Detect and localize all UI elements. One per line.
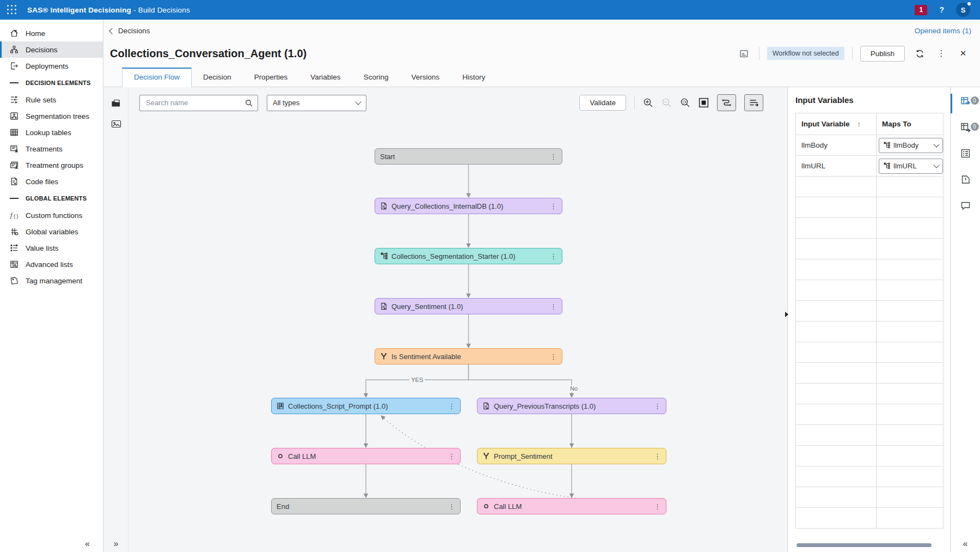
panel-tab-tag-alert-icon[interactable] — [960, 174, 971, 185]
flow-node-call_llm_right[interactable]: Call LLM⋮ — [477, 498, 666, 514]
side-toolbar-expand-icon[interactable]: » — [103, 539, 128, 549]
validate-button[interactable]: Validate — [579, 95, 626, 111]
input-variables-panel: Input Variables Input Variable↑Maps Toll… — [787, 87, 950, 552]
tab-properties[interactable]: Properties — [243, 68, 299, 87]
avatar[interactable]: S — [956, 3, 970, 17]
node-menu-icon[interactable]: ⋮ — [448, 452, 455, 460]
panel-tab-node-properties-icon[interactable] — [960, 148, 971, 159]
panel-tab-output-variables-icon[interactable]: 0 — [960, 122, 971, 132]
sidebar-item-code-files[interactable]: Code files — [0, 173, 103, 190]
type-filter-value: All types — [273, 99, 299, 107]
align-flow-toggle[interactable] — [744, 94, 763, 111]
flow-node-start[interactable]: Start⋮ — [375, 148, 562, 165]
code-file-icon — [380, 302, 388, 310]
sidebar-item-custom-functions[interactable]: f{ }Custom functions — [0, 207, 103, 223]
node-menu-icon[interactable]: ⋮ — [550, 302, 557, 311]
node-menu-icon[interactable]: ⋮ — [654, 452, 661, 460]
app-title: SAS® Intelligent Decisioning - Build Dec… — [27, 6, 190, 14]
auto-layout-toggle[interactable] — [717, 94, 736, 111]
node-menu-icon[interactable]: ⋮ — [448, 502, 455, 511]
type-filter-select[interactable]: All types — [267, 95, 366, 111]
node-menu-icon[interactable]: ⋮ — [550, 153, 557, 161]
tab-decision-flow[interactable]: Decision Flow — [122, 68, 192, 87]
tab-scoring[interactable]: Scoring — [352, 68, 400, 87]
horizontal-scrollbar[interactable] — [797, 543, 932, 547]
sidebar-collapse-icon[interactable]: « — [85, 539, 90, 549]
flow-node-query_sentiment[interactable]: Query_Sentiment (1.0)⋮ — [375, 298, 562, 314]
column-header-maps-to[interactable]: Maps To — [877, 113, 944, 135]
sidebar-item-tag-management[interactable]: Tag management — [0, 272, 103, 289]
sidebar-item-treatments[interactable]: Treatments — [0, 141, 103, 157]
sidebar-item-value-lists[interactable]: Value lists — [0, 240, 103, 256]
node-menu-icon[interactable]: ⋮ — [550, 353, 557, 361]
sidebar-item-segmentation-trees[interactable]: Segmentation trees — [0, 108, 103, 124]
flow-node-segmentation_starter[interactable]: Collections_Segmentation_Starter (1.0)⋮ — [375, 248, 562, 264]
flow-node-prompt_sentiment[interactable]: Prompt_Sentiment⋮ — [477, 448, 666, 464]
flow-node-is_sentiment[interactable]: Is Sentiment Available⋮ — [375, 348, 562, 365]
close-icon[interactable]: ✕ — [956, 46, 970, 60]
overview-map-icon[interactable] — [699, 98, 709, 108]
divider — [634, 96, 635, 110]
breadcrumb[interactable]: Decisions — [110, 27, 150, 35]
flow-node-query_internaldb[interactable]: Query_Collections_InternalDB (1.0)⋮ — [375, 198, 562, 214]
zoom-fit-icon[interactable] — [680, 98, 690, 108]
tab-variables[interactable]: Variables — [299, 68, 352, 87]
flow-node-end[interactable]: End⋮ — [271, 498, 461, 514]
value-lists-icon — [10, 244, 19, 252]
maps-to-dropdown[interactable]: llmURL — [879, 159, 943, 174]
sidebar-item-rule-sets[interactable]: Rule sets — [0, 92, 103, 108]
panel-resize-handle-icon[interactable] — [785, 312, 788, 317]
search-input[interactable] — [145, 98, 242, 107]
zoom-out-icon[interactable] — [661, 98, 672, 108]
tab-history[interactable]: History — [451, 68, 497, 87]
panel-tab-input-variables-icon[interactable]: 0 — [960, 96, 971, 106]
panel-collapse-icon[interactable]: « — [951, 539, 980, 549]
empty-table-row — [796, 363, 944, 384]
table-header-row: Input Variable↑Maps To — [796, 113, 944, 135]
node-menu-icon[interactable]: ⋮ — [654, 502, 661, 511]
sidebar-item-label: Global variables — [26, 228, 78, 236]
breadcrumb-label: Decisions — [118, 27, 150, 35]
workflow-panel-icon[interactable] — [737, 46, 751, 60]
more-actions-icon[interactable]: ⋮ — [934, 46, 948, 60]
tab-versions[interactable]: Versions — [400, 68, 451, 87]
flow-node-call_llm_left[interactable]: Call LLM⋮ — [271, 448, 461, 464]
tab-decision[interactable]: Decision — [192, 68, 243, 87]
maps-to-dropdown[interactable]: llmBody — [879, 138, 943, 153]
refresh-icon[interactable] — [912, 46, 927, 60]
workflow-status-badge: Workflow not selected — [767, 47, 844, 60]
column-header-input-variable[interactable]: Input Variable↑ — [796, 113, 877, 135]
app-launcher-icon[interactable] — [7, 4, 17, 15]
flow-node-script_prompt[interactable]: Collections_Script_Prompt (1.0)⋮ — [271, 398, 461, 414]
treatments-icon — [10, 144, 19, 153]
maps-to-value: llmBody — [893, 141, 918, 149]
table-row: llmBodyllmBody — [796, 135, 944, 156]
flow-node-query_transcripts[interactable]: Query_PreviousTranscripts (1.0)⋮ — [477, 398, 666, 414]
publish-button[interactable]: Publish — [860, 46, 905, 62]
empty-table-row — [796, 301, 944, 322]
sidebar-item-global-variables[interactable]: Global variables — [0, 223, 103, 240]
opened-items-link[interactable]: Opened items (1) — [915, 27, 971, 35]
zoom-in-icon[interactable] — [643, 98, 653, 108]
node-menu-icon[interactable]: ⋮ — [448, 402, 455, 410]
panel-tab-comments-icon[interactable] — [960, 201, 971, 211]
sidebar-item-treatment-groups[interactable]: Treatment groups — [0, 157, 103, 173]
sidebar-item-advanced-lists[interactable]: Advanced lists — [0, 256, 103, 272]
help-icon[interactable]: ? — [939, 5, 944, 14]
empty-table-row — [796, 280, 944, 301]
sidebar-item-decisions[interactable]: Decisions — [0, 41, 103, 58]
sidebar-item-label: Treatment groups — [26, 161, 83, 169]
notification-badge[interactable]: 1 — [915, 5, 927, 15]
section-label: GLOBAL ELEMENTS — [26, 195, 87, 202]
decision-flow-canvas[interactable]: All types Validate — [128, 87, 787, 552]
objects-folder-icon[interactable] — [103, 93, 128, 113]
node-menu-icon[interactable]: ⋮ — [550, 252, 557, 260]
sidebar-item-deployments[interactable]: Deployments — [0, 58, 103, 74]
media-panel-icon[interactable] — [103, 113, 128, 134]
node-menu-icon[interactable]: ⋮ — [550, 202, 557, 210]
sidebar-item-lookup-tables[interactable]: Lookup tables — [0, 124, 103, 141]
input-variable-cell: llmBody — [796, 135, 877, 156]
node-menu-icon[interactable]: ⋮ — [654, 402, 661, 410]
decisions-icon — [10, 45, 19, 54]
sidebar-item-home[interactable]: Home — [0, 25, 103, 41]
